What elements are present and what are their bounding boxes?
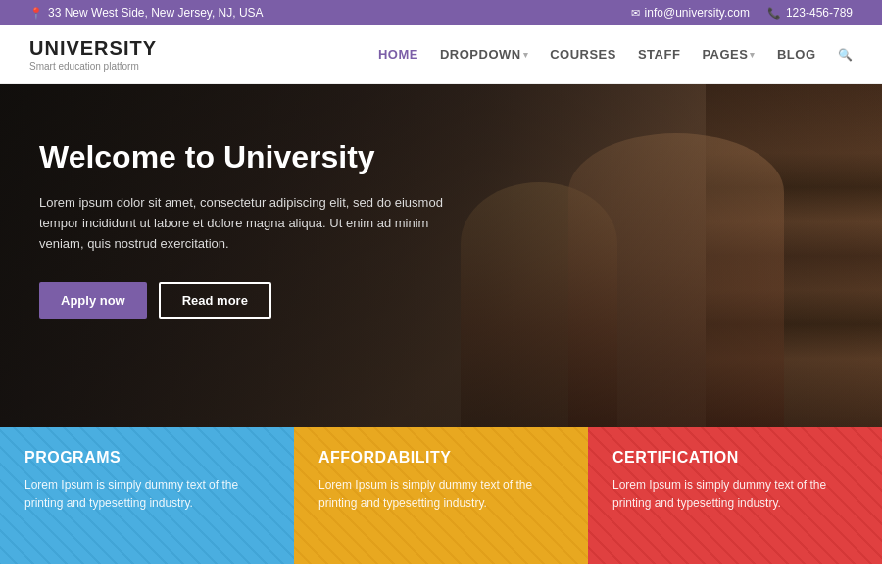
nav-search[interactable] xyxy=(838,47,854,62)
phone-icon xyxy=(767,6,781,20)
phone-item: 123-456-789 xyxy=(767,6,853,20)
chevron-down-icon: ▾ xyxy=(523,50,529,60)
mail-icon xyxy=(631,6,640,20)
feature-programs-title: PROGRAMS xyxy=(24,449,270,466)
logo-title: UNIVERSITY xyxy=(29,37,157,60)
nav-staff[interactable]: STAFF xyxy=(638,47,680,62)
address-item: 33 New West Side, New Jersey, NJ, USA xyxy=(29,6,264,20)
location-icon xyxy=(29,6,43,20)
feature-programs-text: Lorem Ipsum is simply dummy text of the … xyxy=(24,476,240,512)
logo-subtitle: Smart education platform xyxy=(29,61,157,72)
hero-description: Lorem ipsum dolor sit amet, consectetur … xyxy=(39,193,470,254)
hero-content: Welcome to University Lorem ipsum dolor … xyxy=(0,84,510,318)
logo[interactable]: UNIVERSITY Smart education platform xyxy=(29,37,157,72)
chevron-down-icon-pages: ▾ xyxy=(750,50,756,60)
nav-home[interactable]: HOME xyxy=(378,47,418,62)
feature-certification: CERTIFICATION Lorem Ipsum is simply dumm… xyxy=(588,427,882,564)
main-nav: HOME DROPDOWN ▾ COURSES STAFF PAGES ▾ BL… xyxy=(378,47,853,62)
hero-section: Welcome to University Lorem ipsum dolor … xyxy=(0,84,882,427)
hero-title: Welcome to University xyxy=(39,138,470,175)
feature-affordability: AFFORDABILITY Lorem Ipsum is simply dumm… xyxy=(294,427,588,564)
nav-blog[interactable]: BLOG xyxy=(777,47,816,62)
feature-affordability-text: Lorem Ipsum is simply dummy text of the … xyxy=(318,476,534,512)
top-bar: 33 New West Side, New Jersey, NJ, USA in… xyxy=(0,0,882,25)
phone-text: 123-456-789 xyxy=(786,6,853,20)
email-item: info@university.com xyxy=(631,6,750,20)
nav-courses[interactable]: COURSES xyxy=(550,47,616,62)
features-section: PROGRAMS Lorem Ipsum is simply dummy tex… xyxy=(0,427,882,564)
hero-buttons: Apply now Read more xyxy=(39,282,470,318)
top-bar-left: 33 New West Side, New Jersey, NJ, USA xyxy=(29,6,264,20)
header: UNIVERSITY Smart education platform HOME… xyxy=(0,25,882,84)
email-text: info@university.com xyxy=(645,6,750,20)
apply-now-button[interactable]: Apply now xyxy=(39,282,147,318)
read-more-button[interactable]: Read more xyxy=(159,282,271,318)
nav-dropdown[interactable]: DROPDOWN ▾ xyxy=(440,47,528,62)
feature-certification-text: Lorem Ipsum is simply dummy text of the … xyxy=(612,476,828,512)
feature-affordability-title: AFFORDABILITY xyxy=(318,449,564,466)
search-icon xyxy=(838,47,854,62)
top-bar-right: info@university.com 123-456-789 xyxy=(631,6,853,20)
address-text: 33 New West Side, New Jersey, NJ, USA xyxy=(48,6,264,20)
feature-programs: PROGRAMS Lorem Ipsum is simply dummy tex… xyxy=(0,427,294,564)
nav-pages[interactable]: PAGES ▾ xyxy=(702,47,756,62)
feature-certification-title: CERTIFICATION xyxy=(612,449,858,466)
